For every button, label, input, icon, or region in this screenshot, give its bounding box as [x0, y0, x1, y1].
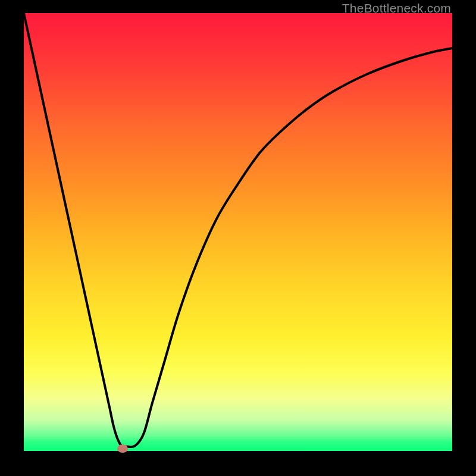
bottleneck-curve — [24, 13, 452, 447]
plot-area — [24, 13, 452, 451]
curve-svg — [24, 13, 452, 451]
chart-frame: TheBottleneck.com — [0, 0, 476, 476]
minimum-marker — [117, 444, 128, 453]
